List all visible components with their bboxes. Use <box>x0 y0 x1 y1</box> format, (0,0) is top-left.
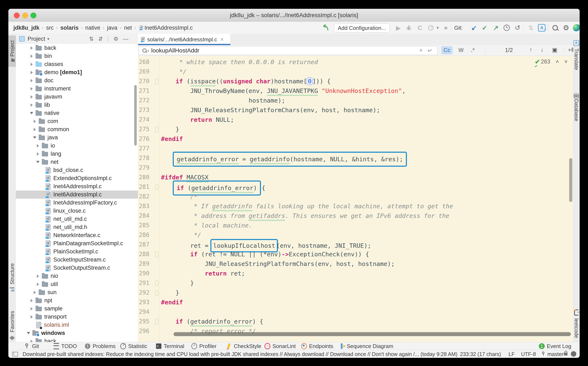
tool-button-profiler[interactable]: Profiler <box>191 342 216 350</box>
tree-item-PlainDatagramSocketImpl.c[interactable]: PlainDatagramSocketImpl.c <box>16 239 138 248</box>
breadcrumb-item-java[interactable]: java <box>107 25 118 31</box>
code-line-284[interactable]: 284 * address from getifaddrs. This ensu… <box>138 211 573 221</box>
code-line-279[interactable]: 279 <box>138 163 573 173</box>
add-occurrence-icon[interactable]: +ǁ <box>568 47 573 53</box>
chevron-right-icon[interactable] <box>34 120 36 123</box>
code-line-278[interactable]: 278 getaddrinfo_error = getaddrinfo(host… <box>138 153 573 163</box>
chevron-right-icon[interactable] <box>37 283 39 286</box>
tree-item-windows[interactable]: windows <box>16 329 138 337</box>
line-number[interactable]: 284 <box>139 211 152 221</box>
fold-marker-icon[interactable] <box>155 252 158 257</box>
git-commit-icon[interactable]: ✔ <box>480 23 489 32</box>
line-number[interactable]: 269 <box>139 67 152 76</box>
chevron-down-icon[interactable] <box>33 137 36 139</box>
hide-panel-icon[interactable]: — <box>123 36 128 42</box>
caret-position[interactable]: 233:32 (17 chars) <box>460 351 501 357</box>
rollback-icon[interactable]: ↺ <box>513 23 522 32</box>
code-line-270[interactable]: 270 if (isspace((unsigned char)hostname[… <box>138 76 573 86</box>
chevron-right-icon[interactable] <box>34 128 36 131</box>
next-match-icon[interactable]: ↓ <box>541 46 544 53</box>
plugin-sphere-icon[interactable] <box>572 23 580 32</box>
code-line-271[interactable]: 271 JNU_ThrowByName(env, JNU_JAVANETPKG … <box>138 86 573 96</box>
line-number[interactable]: 277 <box>139 144 152 153</box>
fold-marker-icon[interactable] <box>155 127 158 132</box>
git-branch-name[interactable]: master <box>548 351 563 357</box>
line-number[interactable]: 288 <box>139 249 152 259</box>
clear-search-icon[interactable]: × <box>419 47 423 54</box>
code-line-293[interactable]: 293#endif <box>138 297 573 307</box>
git-update-icon[interactable]: ↙ <box>470 23 478 32</box>
lock-icon[interactable] <box>564 353 567 356</box>
line-number[interactable]: 275 <box>139 124 152 134</box>
chevron-right-icon[interactable] <box>31 307 33 310</box>
code-line-275[interactable]: 275 } <box>138 124 573 134</box>
tree-item-NetworkInterface.c[interactable]: NetworkInterface.c <box>16 231 138 239</box>
line-number[interactable]: 294 <box>139 307 152 317</box>
highlighting-level-icon[interactable] <box>571 351 576 357</box>
line-number[interactable]: 270 <box>139 76 152 86</box>
build-arrow-icon[interactable] <box>321 23 331 32</box>
tool-button-structure[interactable]: Structure <box>8 259 16 295</box>
tool-button-todo[interactable]: TODO <box>53 342 77 350</box>
previous-match-icon[interactable]: ↑ <box>529 46 532 53</box>
tool-button-translate[interactable]: A Translate <box>573 39 580 87</box>
tree-item-instrument[interactable]: instrument <box>16 85 138 93</box>
line-number[interactable]: 281 <box>139 182 152 192</box>
tree-item-lang[interactable]: lang <box>16 150 138 158</box>
tree-item-lib[interactable]: lib <box>16 101 138 109</box>
breadcrumb-item-native[interactable]: native <box>85 25 100 31</box>
line-number[interactable]: 292 <box>139 288 152 297</box>
code-line-283[interactable]: 283 * If getaddrinfo fails looking up th… <box>138 201 573 211</box>
chevron-right-icon[interactable] <box>31 315 33 319</box>
chevron-right-icon[interactable] <box>37 144 39 147</box>
tool-button-checkstyle[interactable]: CheckStyle <box>226 342 261 350</box>
chevron-right-icon[interactable] <box>31 87 33 91</box>
tree-item-PlainSocketImpl.c[interactable]: PlainSocketImpl.c <box>16 248 138 256</box>
tool-button-database[interactable]: Database <box>573 92 580 138</box>
tree-item-linux_close.c[interactable]: linux_close.c <box>16 207 138 215</box>
search-dropdown-icon[interactable]: ▾ <box>147 49 149 53</box>
code-line-289[interactable]: 289 JNU_ReleaseStringPlatformChars(env, … <box>138 259 573 269</box>
tree-item-transport[interactable]: transport <box>16 313 138 321</box>
breadcrumb-item-jdk8u_jdk[interactable]: jdk8u_jdk <box>13 25 39 31</box>
git-push-icon[interactable]: ↗ <box>491 23 500 32</box>
tree-item-classes[interactable]: classes <box>16 60 138 68</box>
tool-button-sequence-diagram[interactable]: Sequence Diagram <box>339 342 393 350</box>
inspections-widget[interactable]: ✔ 263 ˄ ˅ <box>535 58 567 65</box>
tree-item-net[interactable]: net <box>16 158 138 166</box>
tree-item-SocketOutputStream.c[interactable]: SocketOutputStream.c <box>16 264 138 272</box>
fold-marker-icon[interactable] <box>155 280 158 286</box>
code-line-287[interactable]: 287 ret = lookupIfLocalhost(env, hostnam… <box>138 240 573 249</box>
chevron-right-icon[interactable] <box>37 274 39 278</box>
tree-item-com[interactable]: com <box>16 117 138 125</box>
panel-settings-gear-icon[interactable]: ⚙ <box>113 36 118 42</box>
line-number[interactable]: 274 <box>139 115 152 124</box>
fold-marker-icon[interactable] <box>155 290 158 296</box>
tree-item-Inet6AddressImpl.c[interactable]: Inet6AddressImpl.c <box>16 191 138 199</box>
code-line-290[interactable]: 290 return ret; <box>138 269 573 278</box>
collapse-all-icon[interactable]: ⇵ <box>98 36 103 42</box>
line-number[interactable]: 296 <box>139 326 152 336</box>
code-line-276[interactable]: 276#endif <box>138 134 573 144</box>
chevron-right-icon[interactable] <box>31 103 33 107</box>
search-input[interactable] <box>151 46 371 54</box>
chevron-right-icon[interactable] <box>31 95 33 99</box>
editor-vertical-scrollbar[interactable] <box>569 158 572 202</box>
line-separator[interactable]: LF <box>509 351 515 357</box>
project-view-dropdown-icon[interactable]: ▾ <box>47 36 49 41</box>
prev-inspection-icon[interactable]: ˄ <box>556 59 559 65</box>
line-number[interactable]: 287 <box>139 240 152 249</box>
history-clock-icon[interactable] <box>502 23 511 32</box>
search-everywhere-icon[interactable] <box>551 23 560 32</box>
breadcrumb-item-Inet6AddressImpl.c[interactable]: Inet6AddressImpl.c <box>144 25 193 31</box>
tree-item-InetAddressImplFactory.c[interactable]: InetAddressImplFactory.c <box>16 199 138 207</box>
code-line-285[interactable]: 285 * local machine. <box>138 221 573 230</box>
tree-item-native[interactable]: native <box>16 109 138 117</box>
tree-item-common[interactable]: common <box>16 125 138 133</box>
tree-item-demo[interactable]: demo [demo1] <box>16 68 138 76</box>
chevron-down-icon[interactable] <box>27 332 30 334</box>
profiler-dropdown-icon[interactable]: ▾ <box>435 23 440 32</box>
tool-button-project[interactable]: Project <box>8 36 16 67</box>
tree-item-solaris.iml[interactable]: solaris.iml <box>16 321 138 329</box>
tree-item-back[interactable]: back <box>16 337 138 342</box>
